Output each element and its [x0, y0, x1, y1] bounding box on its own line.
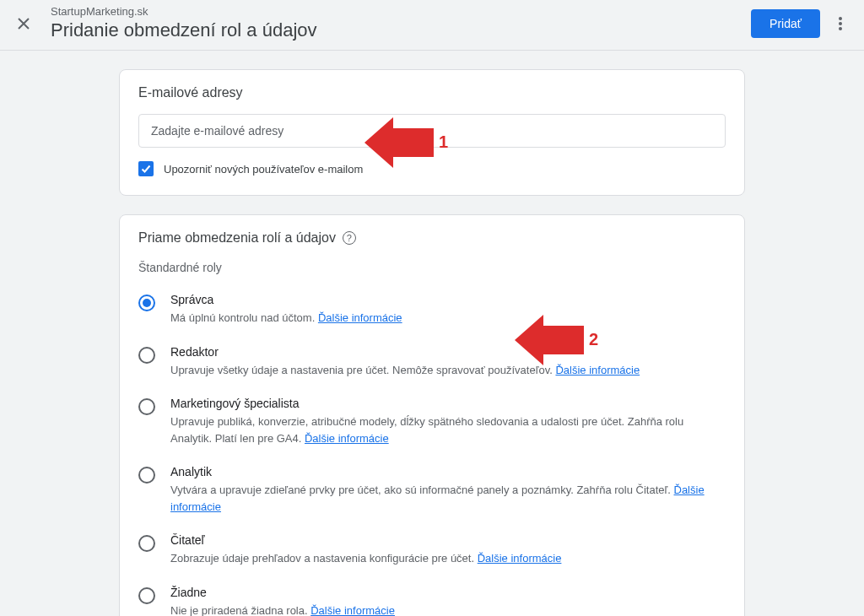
role-desc: Vytvára a upravuje zdieľané prvky pre úč… [170, 482, 726, 515]
more-vert-icon [839, 17, 842, 30]
learn-more-link[interactable]: Ďalšie informácie [310, 604, 395, 617]
role-name: Marketingový špecialista [170, 397, 726, 410]
learn-more-link[interactable]: Ďalšie informácie [305, 432, 389, 445]
svg-point-2 [839, 27, 842, 30]
arrow-head-icon [515, 315, 543, 365]
role-body: ČitateľZobrazuje údaje prehľadov a nasta… [170, 533, 726, 567]
role-radio[interactable] [138, 587, 155, 604]
add-button[interactable]: Pridať [751, 9, 820, 38]
annotation-arrow-1: 1 [364, 117, 434, 168]
account-name: StartupMarketing.sk [51, 5, 317, 18]
arrow-head-icon [364, 117, 393, 168]
role-body: Marketingový špecialistaUpravuje publiká… [170, 397, 726, 446]
email-card-title: E-mailové adresy [138, 85, 726, 100]
role-body: ŽiadneNie je priradená žiadna rola. Ďalš… [170, 586, 726, 617]
close-icon [17, 17, 30, 30]
role-name: Redaktor [170, 345, 726, 359]
header-titles: StartupMarketing.sk Pridanie obmedzení r… [51, 5, 317, 41]
role-desc: Upravuje publiká, konverzie, atribučné m… [170, 413, 726, 446]
content: E-mailové adresy Upozorniť nových použív… [0, 69, 864, 616]
page-title: Pridanie obmedzení rol a údajov [51, 19, 317, 41]
role-radio[interactable] [138, 467, 155, 484]
role-row: ŽiadneNie je priradená žiadna rola. Ďalš… [138, 579, 726, 617]
role-name: Analytik [170, 465, 726, 478]
annotation-number-2: 2 [589, 330, 598, 349]
annotation-arrow-2: 2 [515, 315, 584, 365]
header-left: StartupMarketing.sk Pridanie obmedzení r… [14, 5, 317, 41]
roles-title-row: Priame obmedzenia rolí a údajov ? [138, 230, 726, 246]
annotation-number-1: 1 [439, 132, 448, 152]
close-button[interactable] [14, 14, 34, 34]
role-row: AnalytikVytvára a upravuje zdieľané prvk… [138, 458, 726, 527]
role-radio[interactable] [138, 535, 155, 552]
role-name: Čitateľ [170, 533, 726, 547]
roles-list: SprávcaMá úplnú kontrolu nad účtom. Ďalš… [138, 286, 726, 616]
roles-subsection-label: Štandardné roly [138, 261, 726, 274]
role-desc: Nie je priradená žiadna rola. Ďalšie inf… [170, 602, 726, 617]
role-row: RedaktorUpravuje všetky údaje a nastaven… [138, 338, 726, 391]
roles-section-title: Priame obmedzenia rolí a údajov [138, 230, 336, 246]
roles-card: Priame obmedzenia rolí a údajov ? Štanda… [119, 214, 745, 616]
more-button[interactable] [830, 14, 850, 34]
role-body: SprávcaMá úplnú kontrolu nad účtom. Ďalš… [170, 293, 726, 327]
learn-more-link[interactable]: Ďalšie informácie [318, 311, 402, 324]
role-body: AnalytikVytvára a upravuje zdieľané prvk… [170, 465, 726, 515]
header-right: Pridať [751, 9, 850, 38]
header: StartupMarketing.sk Pridanie obmedzení r… [0, 0, 864, 51]
learn-more-link[interactable]: Ďalšie informácie [478, 552, 562, 565]
role-row: SprávcaMá úplnú kontrolu nad účtom. Ďalš… [138, 286, 726, 338]
role-radio[interactable] [138, 294, 155, 311]
role-row: Marketingový špecialistaUpravuje publiká… [138, 390, 726, 458]
role-radio[interactable] [138, 398, 155, 415]
notify-checkbox[interactable] [138, 161, 154, 176]
role-desc: Upravuje všetky údaje a nastavenia pre ú… [170, 362, 726, 379]
role-desc: Má úplnú kontrolu nad účtom. Ďalšie info… [170, 310, 726, 327]
svg-point-0 [839, 17, 842, 20]
learn-more-link[interactable]: Ďalšie informácie [170, 484, 705, 513]
role-radio[interactable] [138, 347, 155, 364]
role-desc: Zobrazuje údaje prehľadov a nastavenia k… [170, 550, 726, 567]
help-icon[interactable]: ? [343, 231, 356, 245]
notify-label: Upozorniť nových používateľov e-mailom [164, 163, 363, 176]
role-row: ČitateľZobrazuje údaje prehľadov a nasta… [138, 527, 726, 579]
role-body: RedaktorUpravuje všetky údaje a nastaven… [170, 345, 726, 379]
svg-point-1 [839, 22, 842, 25]
arrow-body-icon [393, 128, 434, 157]
check-icon [140, 163, 152, 175]
role-name: Správca [170, 293, 726, 306]
arrow-body-icon [543, 326, 584, 354]
role-name: Žiadne [170, 586, 726, 599]
